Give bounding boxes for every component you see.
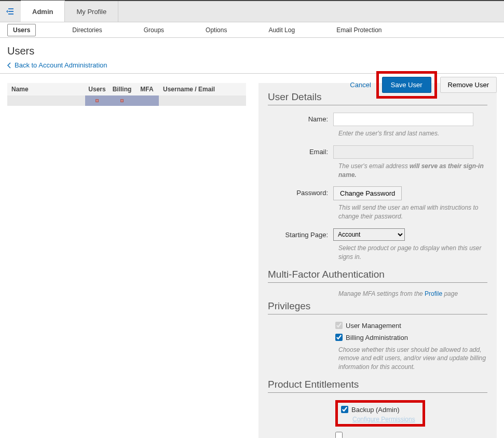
col-name: Name xyxy=(7,86,85,93)
checkbox-backup-admin[interactable] xyxy=(341,406,348,413)
table-row[interactable] xyxy=(7,95,246,106)
hint-privileges: Choose whether this user should be allow… xyxy=(338,346,487,372)
users-table: Name Users Billing MFA Username / Email xyxy=(7,83,246,438)
change-password-button[interactable]: Change Password xyxy=(333,186,402,200)
highlight-save: Save User xyxy=(376,71,437,99)
subnav-options[interactable]: Options xyxy=(200,24,232,36)
col-billing: Billing xyxy=(109,86,135,93)
label-backup-admin: Backup (Admin) xyxy=(351,406,399,414)
back-link-label: Back to Account Administration xyxy=(15,61,107,69)
section-mfa: Multi-Factor Authentication xyxy=(268,269,487,283)
hint-email: The user's email address will serve as t… xyxy=(338,162,487,180)
label-name: Name: xyxy=(268,113,333,126)
hint-name: Enter the user's first and last names. xyxy=(338,129,487,138)
highlight-backup: Backup (Admin) Configure Permissions xyxy=(335,400,425,427)
row-users-indicator xyxy=(85,99,109,103)
subnav-users[interactable]: Users xyxy=(7,24,36,36)
section-entitlements: Product Entitlements xyxy=(268,379,487,393)
remove-user-button[interactable]: Remove User xyxy=(440,77,497,93)
menu-icon[interactable] xyxy=(0,1,21,22)
cancel-button[interactable]: Cancel xyxy=(348,78,373,92)
configure-permissions-link[interactable]: Configure Permissions xyxy=(352,416,415,423)
col-username: Username / Email xyxy=(159,86,246,93)
profile-link[interactable]: Profile xyxy=(425,290,442,297)
col-mfa: MFA xyxy=(135,86,159,93)
table-header: Name Users Billing MFA Username / Email xyxy=(7,83,246,95)
back-link[interactable]: Back to Account Administration xyxy=(7,61,497,69)
checkbox-email-gateway-defense[interactable] xyxy=(335,432,343,438)
page-header: Users Back to Account Administration xyxy=(0,38,504,74)
details-panel: User Details Name: Enter the user's firs… xyxy=(258,83,497,438)
page-title: Users xyxy=(7,45,497,57)
label-password: Password: xyxy=(268,186,333,200)
checkbox-user-management xyxy=(335,322,343,329)
label-starting-page: Starting Page: xyxy=(268,228,333,241)
action-bar: Cancel Save User Remove User xyxy=(348,71,497,99)
row-name xyxy=(7,95,85,106)
hint-password: This will send the user an email with in… xyxy=(338,203,487,221)
subnav-email-protection[interactable]: Email Protection xyxy=(331,24,387,36)
col-users: Users xyxy=(85,86,109,93)
label-billing-administration: Billing Administration xyxy=(346,334,408,341)
row-username xyxy=(159,95,246,106)
hint-starting-page: Select the product or page to display wh… xyxy=(338,244,487,262)
subnav-directories[interactable]: Directories xyxy=(67,24,107,36)
hint-mfa: Manage MFA settings from the Profile pag… xyxy=(338,290,487,297)
row-billing-indicator xyxy=(109,99,135,103)
subnav-audit-log[interactable]: Audit Log xyxy=(263,24,300,36)
starting-page-select[interactable]: Account xyxy=(333,228,405,241)
label-user-management: User Management xyxy=(346,322,401,330)
name-input[interactable] xyxy=(333,113,473,126)
sub-nav: Users Directories Groups Options Audit L… xyxy=(0,22,504,38)
tab-admin[interactable]: Admin xyxy=(21,1,65,22)
email-input[interactable] xyxy=(333,145,473,159)
section-privileges: Privileges xyxy=(268,300,487,314)
chevron-left-icon xyxy=(7,62,11,69)
top-bar: Admin My Profile xyxy=(0,0,504,22)
tab-my-profile[interactable]: My Profile xyxy=(65,1,118,22)
save-user-button[interactable]: Save User xyxy=(382,77,431,93)
subnav-groups[interactable]: Groups xyxy=(139,24,169,36)
checkbox-billing-administration[interactable] xyxy=(335,334,343,341)
label-email: Email: xyxy=(268,145,333,159)
